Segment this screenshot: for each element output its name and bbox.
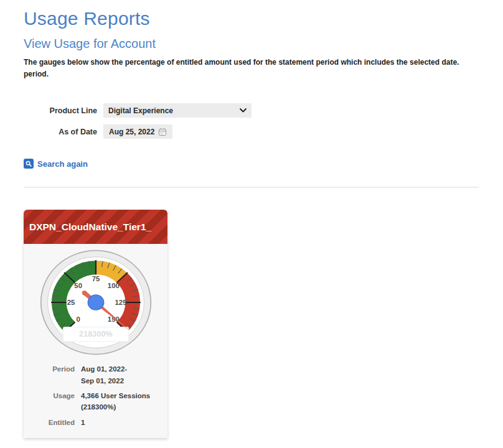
svg-text:218300%: 218300%	[79, 330, 113, 339]
as-of-date-label: As of Date	[24, 128, 103, 136]
product-line-select[interactable]: Digital Experience	[103, 103, 252, 118]
as-of-date-field[interactable]: Aug 25, 2022	[103, 124, 172, 139]
usage-label: Usage	[24, 390, 81, 413]
page-title: Usage Reports	[24, 8, 479, 29]
svg-text:0: 0	[76, 315, 80, 323]
detail-row-entitled: Entitled 1	[24, 417, 167, 428]
svg-text:25: 25	[67, 299, 75, 306]
usage-search-form: Product Line Digital Experience As of Da…	[24, 103, 479, 139]
search-again-link[interactable]: Search again	[24, 159, 88, 169]
usage-details: Period Aug 01, 2022- Sep 01, 2022 Usage …	[24, 363, 167, 428]
search-icon	[24, 159, 34, 169]
period-label: Period	[24, 363, 81, 386]
as-of-date-value: Aug 25, 2022	[109, 128, 154, 136]
product-line-row: Product Line Digital Experience	[24, 103, 479, 118]
period-line-1: Aug 01, 2022-	[81, 363, 127, 375]
as-of-date-row: As of Date Aug 25, 2022	[24, 124, 479, 139]
usage-card-header: DXPN_CloudNative_Tier1_	[24, 210, 167, 244]
period-value: Aug 01, 2022- Sep 01, 2022	[81, 363, 127, 386]
usage-card-body: 0255075100125150218300% Period Aug 01, 2…	[24, 244, 167, 438]
usage-line-2: (218300%)	[81, 401, 150, 413]
product-line-label: Product Line	[24, 106, 103, 115]
svg-text:125: 125	[115, 299, 126, 306]
section-divider	[24, 187, 479, 188]
chevron-down-icon	[240, 108, 247, 113]
svg-text:75: 75	[92, 276, 100, 283]
entitled-value: 1	[81, 417, 85, 428]
entitled-line-1: 1	[81, 417, 85, 428]
detail-row-usage: Usage 4,366 User Sessions (218300%)	[24, 390, 167, 413]
calendar-icon[interactable]	[158, 128, 167, 136]
svg-text:50: 50	[74, 282, 82, 290]
product-name: DXPN_CloudNative_Tier1_	[29, 222, 151, 233]
product-line-value: Digital Experience	[108, 106, 173, 115]
usage-card: DXPN_CloudNative_Tier1_ 0255075100125150…	[24, 210, 167, 438]
usage-line-1: 4,366 User Sessions	[81, 390, 150, 401]
entitled-label: Entitled	[24, 417, 81, 428]
svg-text:100: 100	[107, 282, 119, 290]
search-again-label: Search again	[37, 159, 88, 169]
usage-value: 4,366 User Sessions (218300%)	[81, 390, 150, 413]
detail-row-period: Period Aug 01, 2022- Sep 01, 2022	[24, 363, 167, 386]
page-description: The gauges below show the percentage of …	[24, 57, 479, 80]
usage-reports-page: Usage Reports View Usage for Account The…	[0, 0, 503, 438]
page-subtitle: View Usage for Account	[24, 37, 479, 51]
usage-gauge: 0255075100125150218300%	[39, 249, 153, 356]
period-line-2: Sep 01, 2022	[81, 375, 127, 386]
gauge-container: 0255075100125150218300%	[39, 249, 153, 356]
